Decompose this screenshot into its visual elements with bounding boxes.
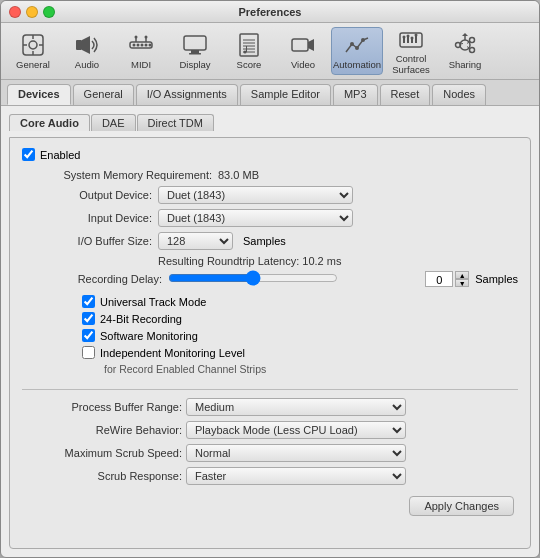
svg-point-16 (135, 36, 138, 39)
preferences-window: Preferences General (0, 0, 540, 558)
tab-nodes[interactable]: Nodes (432, 84, 486, 105)
toolbar-sharing[interactable]: Sharing (439, 27, 491, 75)
enabled-checkbox[interactable] (22, 148, 35, 161)
system-memory-row: System Memory Requirement: 83.0 MB (22, 169, 518, 181)
content-area: Core Audio DAE Direct TDM Enabled System… (1, 106, 539, 557)
svg-rect-29 (292, 39, 308, 51)
software-monitoring-label: Software Monitoring (100, 330, 198, 342)
process-buffer-label: Process Buffer Range: (22, 401, 182, 413)
scrub-response-row: Scrub Response: Faster Slower Normal (22, 467, 518, 485)
rewire-label: ReWire Behavior: (22, 424, 182, 436)
outer-tab-bar: Devices General I/O Assignments Sample E… (1, 80, 539, 106)
toolbar-audio[interactable]: Audio (61, 27, 113, 75)
buffer-size-select[interactable]: 128 32 64 256 512 1024 (158, 232, 233, 250)
tab-mp3[interactable]: MP3 (333, 84, 378, 105)
independent-monitoring-checkbox[interactable] (82, 346, 95, 359)
tab-devices[interactable]: Devices (7, 84, 71, 105)
spinner-value: 0 (425, 271, 453, 287)
toolbar-sharing-label: Sharing (449, 60, 482, 70)
scrub-response-select[interactable]: Faster Slower Normal (186, 467, 406, 485)
spinner-down[interactable]: ▼ (455, 279, 469, 287)
general-icon (19, 31, 47, 59)
audio-icon (73, 31, 101, 59)
toolbar-control-surfaces-label: Control Surfaces (388, 54, 434, 75)
close-button[interactable] (9, 6, 21, 18)
scrub-response-label: Scrub Response: (22, 470, 182, 482)
recording-delay-spinner: 0 ▲ ▼ Samples (425, 271, 518, 287)
title-bar: Preferences (1, 1, 539, 23)
svg-point-33 (361, 38, 365, 42)
tab-dae[interactable]: DAE (91, 114, 136, 131)
toolbar-automation[interactable]: Automation (331, 27, 383, 75)
checkboxes-section: Universal Track Mode 24-Bit Recording So… (22, 295, 518, 381)
toolbar-midi[interactable]: MIDI (115, 27, 167, 75)
toolbar-general-label: General (16, 60, 50, 70)
video-icon (289, 31, 317, 59)
tab-general[interactable]: General (73, 84, 134, 105)
input-device-label: Input Device: (22, 212, 152, 224)
toolbar-display-label: Display (179, 60, 210, 70)
toolbar-general[interactable]: General (7, 27, 59, 75)
toolbar-display[interactable]: Display (169, 27, 221, 75)
midi-icon (127, 31, 155, 59)
input-device-select[interactable]: Duet (1843) (158, 209, 353, 227)
svg-rect-6 (76, 40, 82, 50)
software-monitoring-checkbox[interactable] (82, 329, 95, 342)
tab-sample-editor[interactable]: Sample Editor (240, 84, 331, 105)
delay-samples-label: Samples (475, 273, 518, 285)
svg-point-11 (141, 44, 144, 47)
maximize-button[interactable] (43, 6, 55, 18)
minimize-button[interactable] (26, 6, 38, 18)
svg-point-40 (407, 35, 410, 38)
toolbar-control-surfaces[interactable]: Control Surfaces (385, 27, 437, 75)
universal-track-mode-checkbox[interactable] (82, 295, 95, 308)
tab-core-audio[interactable]: Core Audio (9, 114, 90, 131)
svg-rect-18 (184, 36, 206, 50)
tab-reset[interactable]: Reset (380, 84, 431, 105)
samples-label: Samples (243, 235, 286, 247)
core-audio-panel: Enabled System Memory Requirement: 83.0 … (9, 137, 531, 549)
recording-delay-slider[interactable] (168, 271, 338, 285)
toolbar-score[interactable]: Score (223, 27, 275, 75)
output-device-row: Output Device: Duet (1843) (22, 186, 518, 204)
process-buffer-select[interactable]: Medium Small Large (186, 398, 406, 416)
window-title: Preferences (239, 6, 302, 18)
rewire-row: ReWire Behavior: Playback Mode (Less CPU… (22, 421, 518, 439)
system-memory-label: System Memory Requirement: (22, 169, 212, 181)
svg-point-10 (137, 44, 140, 47)
system-memory-value: 83.0 MB (218, 169, 259, 181)
svg-point-46 (470, 38, 475, 43)
apply-changes-button[interactable]: Apply Changes (409, 496, 514, 516)
tab-io-assignments[interactable]: I/O Assignments (136, 84, 238, 105)
enabled-label: Enabled (40, 149, 80, 161)
buffer-size-label: I/O Buffer Size: (22, 235, 152, 247)
process-buffer-row: Process Buffer Range: Medium Small Large (22, 398, 518, 416)
24-bit-recording-label: 24-Bit Recording (100, 313, 182, 325)
output-device-select[interactable]: Duet (1843) (158, 186, 353, 204)
toolbar-score-label: Score (237, 60, 262, 70)
svg-rect-19 (191, 50, 199, 53)
independent-monitoring-sublabel: for Record Enabled Channel Strips (104, 363, 518, 375)
control-surfaces-icon (397, 27, 425, 53)
24-bit-recording-checkbox[interactable] (82, 312, 95, 325)
svg-point-17 (145, 36, 148, 39)
svg-point-48 (456, 43, 461, 48)
max-scrub-select[interactable]: Normal Fast (186, 444, 406, 462)
svg-point-47 (470, 48, 475, 53)
svg-point-41 (411, 37, 414, 40)
svg-point-42 (415, 34, 418, 37)
independent-monitoring-row: Independent Monitoring Level (82, 346, 518, 359)
toolbar-video[interactable]: Video (277, 27, 329, 75)
recording-delay-slider-container (168, 271, 419, 287)
svg-point-32 (355, 46, 359, 50)
svg-marker-45 (462, 33, 468, 36)
inner-tab-bar: Core Audio DAE Direct TDM (9, 114, 531, 131)
apply-btn-row: Apply Changes (22, 496, 518, 516)
svg-point-1 (29, 41, 37, 49)
tab-direct-tdm[interactable]: Direct TDM (137, 114, 214, 131)
output-device-label: Output Device: (22, 189, 152, 201)
max-scrub-row: Maximum Scrub Speed: Normal Fast (22, 444, 518, 462)
rewire-select[interactable]: Playback Mode (Less CPU Load) Live Mode (186, 421, 406, 439)
toolbar: General Audio (1, 23, 539, 80)
spinner-up[interactable]: ▲ (455, 271, 469, 279)
